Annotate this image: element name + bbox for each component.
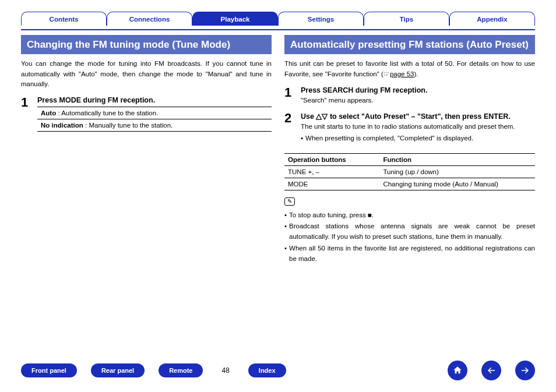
tab-playback[interactable]: Playback [192,12,278,26]
tab-label: Appendix [477,16,507,23]
cell-text: : Manually tune to the station. [83,122,173,129]
top-tabs: Contents Connections Playback Settings T… [21,12,535,26]
cell: Tuning (up / down) [379,165,535,178]
step-title: Press MODE during FM reception. [37,96,272,104]
rear-panel-button[interactable]: Rear panel [91,363,145,377]
mode-table: Auto : Automatically tune to the station… [37,107,272,132]
cell: Changing tuning mode (Auto / Manual) [379,178,535,190]
step-bullets: When presetting is completed, "Completed… [301,133,535,144]
step-number: 2 [284,112,296,145]
next-page-button[interactable] [515,361,535,380]
index-button[interactable]: Index [248,363,286,377]
step-number: 1 [284,86,296,107]
step-subtext: "Search" menu appears. [301,97,535,104]
right-column: Automatically presetting FM stations (Au… [284,35,535,266]
home-button[interactable] [448,361,467,380]
cell: TUNE +, – [284,165,379,178]
tab-label: Connections [129,16,170,23]
home-icon [452,365,463,376]
triangle-down-icon: ▽ [322,112,328,121]
bullet-text: When presetting is completed, "Completed… [305,133,473,144]
step2-mid: to select "Auto Preset" – "Start", then … [328,112,510,121]
arrow-right-icon [520,365,530,376]
tab-appendix[interactable]: Appendix [449,12,535,26]
tab-label: Settings [308,16,334,23]
tab-contents[interactable]: Contents [21,12,107,26]
step-number: 1 [21,96,33,132]
prev-page-button[interactable] [481,361,501,380]
left-column: Changing the FM tuning mode (Tune Mode) … [21,35,272,266]
tab-label: Playback [221,16,250,23]
tab-tips[interactable]: Tips [364,12,449,26]
page-link[interactable]: page 53 [390,70,414,77]
right-intro: This unit can be preset to favorite list… [284,59,535,79]
tab-label: Contents [50,16,79,23]
tab-label: Tips [400,16,413,23]
note-icon: ✎ [284,197,295,206]
right-step-1: 1 Press SEARCH during FM reception. "Sea… [284,86,535,107]
remote-button[interactable]: Remote [159,363,203,377]
left-step-1: 1 Press MODE during FM reception. Auto :… [21,96,272,132]
cell: MODE [284,178,379,190]
step-subtext: The unit starts to tune in to radio stat… [301,123,535,130]
operation-table: Operation buttons Function TUNE +, – Tun… [284,153,535,190]
intro-text-b: ). [414,70,418,77]
front-panel-button[interactable]: Front panel [21,363,77,377]
right-step-2: 2 Use △▽ to select "Auto Preset" – "Star… [284,112,535,145]
triangle-up-icon: △ [316,112,322,121]
left-intro: You can change the mode for tuning into … [21,59,272,89]
cell-text: : Automatically tune to the station. [56,110,158,116]
tab-underline [21,29,535,30]
tab-connections[interactable]: Connections [107,12,192,26]
bullet-text: When all 50 items in the favorite list a… [289,243,535,264]
section-heading-left: Changing the FM tuning mode (Tune Mode) [21,35,272,54]
step-title: Press SEARCH during FM reception. [301,86,535,94]
page-ref-icon: ☞ [383,70,390,77]
step-title: Use △▽ to select "Auto Preset" – "Start"… [301,112,535,121]
cell-bold: Auto [41,110,56,116]
cell-bold: No indication [41,122,83,129]
bullet-text: Broadcast stations whose antenna signals… [289,221,535,242]
th-operation: Operation buttons [284,153,379,165]
arrow-left-icon [486,365,497,376]
note-bullets: To stop auto tuning, press ■. Broadcast … [284,210,535,264]
th-function: Function [379,153,535,165]
bullet-text: To stop auto tuning, press ■. [289,210,374,221]
tab-settings[interactable]: Settings [278,12,364,26]
footer: Front panel Rear panel Remote 48 Index [21,361,535,380]
step2-pre: Use [301,112,316,121]
page-number: 48 [221,366,229,375]
section-heading-right: Automatically presetting FM stations (Au… [284,35,535,54]
